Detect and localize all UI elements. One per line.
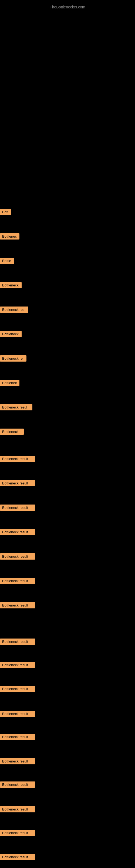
bottleneck-result-2[interactable]: Bottlenec <box>0 233 19 240</box>
bottleneck-result-13[interactable]: Bottleneck result <box>0 504 35 511</box>
bottleneck-result-23[interactable]: Bottleneck result <box>0 758 35 764</box>
bottleneck-result-15[interactable]: Bottleneck result <box>0 553 35 560</box>
bottleneck-result-16[interactable]: Bottleneck result <box>0 578 35 584</box>
bottleneck-result-6[interactable]: Bottleneck <box>0 331 21 337</box>
bottleneck-result-22[interactable]: Bottleneck result <box>0 734 35 740</box>
bottleneck-result-25[interactable]: Bottleneck result <box>0 806 35 812</box>
bottleneck-result-19[interactable]: Bottleneck result <box>0 662 35 668</box>
bottleneck-result-21[interactable]: Bottleneck result <box>0 711 35 717</box>
bottleneck-result-18[interactable]: Bottleneck result <box>0 639 35 645</box>
site-title: TheBottlenecker.com <box>0 2 135 12</box>
bottleneck-result-12[interactable]: Bottleneck result <box>0 480 35 486</box>
bottleneck-result-3[interactable]: Bottle <box>0 258 14 264</box>
bottleneck-result-7[interactable]: Bottleneck re <box>0 355 27 362</box>
bottleneck-result-24[interactable]: Bottleneck result <box>0 781 35 788</box>
bottleneck-result-4[interactable]: Bottleneck <box>0 282 21 288</box>
bottleneck-result-9[interactable]: Bottleneck resul <box>0 404 32 410</box>
bottleneck-result-5[interactable]: Bottleneck res <box>0 307 28 313</box>
bottleneck-result-27[interactable]: Bottleneck result <box>0 854 35 860</box>
bottleneck-result-11[interactable]: Bottleneck result <box>0 456 35 462</box>
bottleneck-result-14[interactable]: Bottleneck result <box>0 529 35 535</box>
bottleneck-result-1[interactable]: Bott <box>0 209 11 215</box>
bottleneck-result-20[interactable]: Bottleneck result <box>0 686 35 692</box>
bottleneck-result-10[interactable]: Bottleneck r <box>0 429 24 435</box>
bottleneck-result-8[interactable]: Bottlenec <box>0 380 19 386</box>
bottleneck-result-26[interactable]: Bottleneck result <box>0 830 35 836</box>
bottleneck-result-17[interactable]: Bottleneck result <box>0 602 35 609</box>
